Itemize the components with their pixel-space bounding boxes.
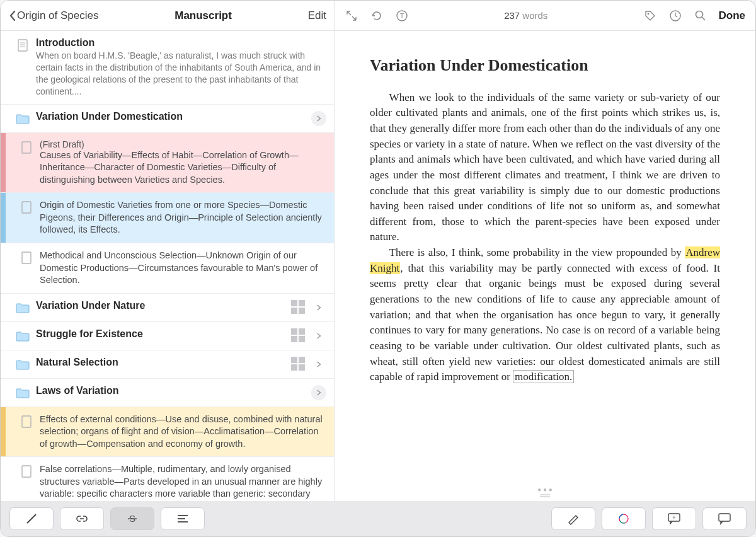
- svg-point-16: [696, 11, 702, 18]
- bottom-toolbar: S +: [1, 501, 755, 536]
- strikethrough-button[interactable]: S: [110, 507, 154, 530]
- outline-subitem[interactable]: False correlations—Multiple, rudimentary…: [1, 457, 334, 501]
- editor-panel: T 237 words Done Variation Under Domesti…: [335, 1, 755, 501]
- comment-button[interactable]: [702, 507, 747, 530]
- editor-content[interactable]: Variation Under Domestication When we lo…: [335, 31, 755, 487]
- expand-icon[interactable]: [345, 9, 358, 23]
- outline-item-title: Variation Under Nature: [36, 300, 285, 311]
- link-button[interactable]: [60, 507, 104, 530]
- outline-subitem[interactable]: (First Draft) Causes of Variability—Effe…: [1, 133, 334, 193]
- corkboard-icon[interactable]: [291, 357, 305, 371]
- back-button[interactable]: Origin of Species: [8, 9, 98, 22]
- chevron-left-icon: [8, 9, 17, 22]
- sync-icon[interactable]: [370, 9, 384, 23]
- outline-item-text: Origin of Domestic Varieties from one or…: [40, 199, 326, 236]
- folder-icon: [16, 301, 30, 315]
- folder-icon: [16, 112, 30, 126]
- outline-panel: Origin of Species Manuscript Edit Introd…: [1, 1, 335, 501]
- outline-item-title: Introduction: [36, 37, 326, 49]
- document-icon: [16, 38, 30, 52]
- outline-subitem[interactable]: Origin of Domestic Varieties from one or…: [1, 193, 334, 243]
- outline-item-text: Effects of external conditions—Use and d…: [40, 413, 326, 451]
- highlighter-button[interactable]: [551, 507, 595, 530]
- outline-item-synopsis: When on board H.M.S. 'Beagle,' as natura…: [36, 50, 326, 98]
- outline-item-title: Natural Selection: [36, 357, 285, 368]
- disclosure-button[interactable]: [311, 385, 326, 400]
- svg-text:+: +: [672, 514, 675, 521]
- outline-folder-struggle[interactable]: Struggle for Existence: [1, 322, 334, 350]
- folder-icon: [16, 358, 30, 372]
- disclosure-button[interactable]: [311, 111, 326, 126]
- word-count[interactable]: 237 words: [504, 10, 547, 21]
- folder-icon: [16, 386, 30, 400]
- outline-item-introduction[interactable]: Introduction When on board H.M.S. 'Beagl…: [1, 31, 334, 105]
- corkboard-icon[interactable]: [291, 328, 305, 342]
- outline-folder-variation-nature[interactable]: Variation Under Nature: [1, 294, 334, 322]
- svg-text:T: T: [400, 13, 404, 20]
- history-icon[interactable]: [668, 9, 682, 23]
- outline-folder-variation-domestication[interactable]: Variation Under Domestication: [1, 105, 334, 133]
- editor-title: Variation Under Domestication: [370, 54, 720, 78]
- svg-rect-7: [22, 416, 31, 427]
- svg-rect-4: [22, 142, 31, 153]
- draft-label: (First Draft): [40, 139, 326, 149]
- document-icon: [20, 200, 33, 214]
- done-button[interactable]: Done: [719, 9, 746, 22]
- document-icon: [20, 141, 33, 154]
- tag-icon[interactable]: [643, 9, 657, 23]
- outline-item-title: Variation Under Domestication: [36, 111, 305, 122]
- svg-point-14: [647, 13, 649, 14]
- search-icon[interactable]: [694, 9, 707, 23]
- outline-title: Manuscript: [98, 9, 307, 22]
- outline-subitem[interactable]: Methodical and Unconscious Selection—Unk…: [1, 243, 334, 294]
- outline-item-title: Struggle for Existence: [36, 328, 285, 340]
- svg-rect-6: [22, 252, 31, 263]
- chevron-right-icon[interactable]: [311, 357, 326, 372]
- color-button[interactable]: [602, 507, 646, 530]
- outline-folder-natural-selection[interactable]: Natural Selection: [1, 350, 334, 379]
- document-icon: [20, 465, 33, 478]
- outline-item-title: Laws of Variation: [36, 385, 305, 396]
- outline-item-text: False correlations—Multiple, rudimentary…: [40, 463, 326, 501]
- outline-folder-laws-variation[interactable]: Laws of Variation: [1, 379, 334, 407]
- svg-rect-8: [22, 466, 31, 477]
- chevron-right-icon[interactable]: [311, 328, 326, 344]
- outline-header: Origin of Species Manuscript Edit: [1, 1, 334, 31]
- corkboard-icon[interactable]: [291, 300, 305, 314]
- outline-list[interactable]: Introduction When on board H.M.S. 'Beagl…: [1, 31, 334, 501]
- typewriter-icon[interactable]: T: [395, 9, 409, 23]
- cursor-word: modification.: [513, 370, 574, 383]
- editor-paragraph: When we look to the individuals of the s…: [370, 90, 720, 245]
- editor-paragraph: There is also, I think, some probability…: [370, 245, 720, 385]
- edit-button[interactable]: Edit: [308, 9, 326, 22]
- document-icon: [20, 415, 33, 429]
- chevron-right-icon[interactable]: [311, 300, 326, 315]
- pane-grabber[interactable]: [335, 491, 755, 501]
- compose-button[interactable]: [9, 507, 54, 530]
- svg-line-17: [702, 17, 705, 20]
- outline-item-text: Methodical and Unconscious Selection—Unk…: [40, 250, 326, 287]
- align-button[interactable]: [161, 507, 205, 530]
- svg-rect-30: [719, 514, 730, 521]
- svg-rect-0: [18, 40, 27, 51]
- outline-subitem[interactable]: Effects of external conditions—Use and d…: [1, 407, 334, 458]
- folder-icon: [16, 330, 30, 344]
- svg-rect-5: [22, 202, 31, 213]
- editor-header: T 237 words Done: [335, 1, 755, 31]
- document-icon: [20, 251, 33, 265]
- back-label: Origin of Species: [17, 9, 98, 22]
- outline-item-text: Causes of Variability—Effects of Habit—C…: [40, 149, 326, 187]
- comment-add-button[interactable]: +: [652, 507, 696, 530]
